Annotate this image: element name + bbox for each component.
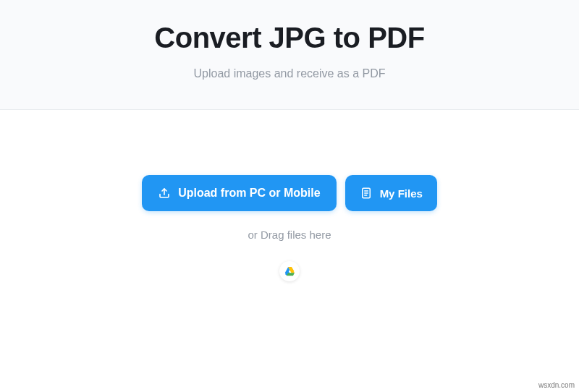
- drag-hint: or Drag files here: [248, 229, 331, 241]
- upload-button-label: Upload from PC or Mobile: [178, 187, 320, 200]
- myfiles-button[interactable]: My Files: [345, 175, 437, 211]
- upload-button[interactable]: Upload from PC or Mobile: [142, 175, 336, 211]
- myfiles-button-label: My Files: [380, 187, 423, 200]
- page-title: Convert JPG to PDF: [14, 22, 565, 54]
- page-subtitle: Upload images and receive as a PDF: [14, 67, 565, 80]
- upload-icon: [158, 187, 171, 200]
- cloud-sources: [279, 261, 300, 281]
- google-drive-button[interactable]: [279, 261, 300, 281]
- watermark: wsxdn.com: [538, 381, 575, 389]
- upload-area[interactable]: Upload from PC or Mobile My Files or Dra…: [0, 110, 579, 281]
- files-icon: [360, 187, 373, 200]
- header-section: Convert JPG to PDF Upload images and rec…: [0, 0, 579, 110]
- google-drive-icon: [284, 267, 295, 276]
- button-row: Upload from PC or Mobile My Files: [142, 175, 437, 211]
